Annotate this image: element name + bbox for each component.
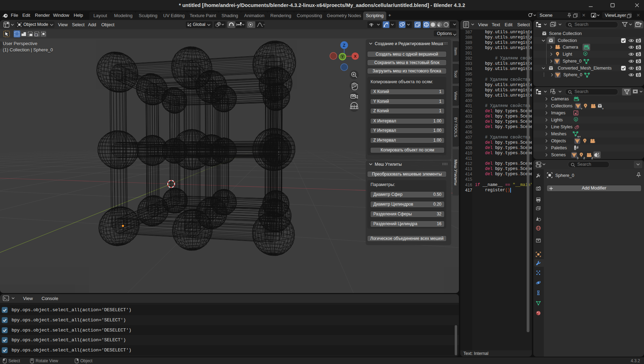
svg-text:Z: Z [343,43,345,48]
svg-text:X: X [354,54,357,58]
svg-text:Y: Y [341,55,344,59]
